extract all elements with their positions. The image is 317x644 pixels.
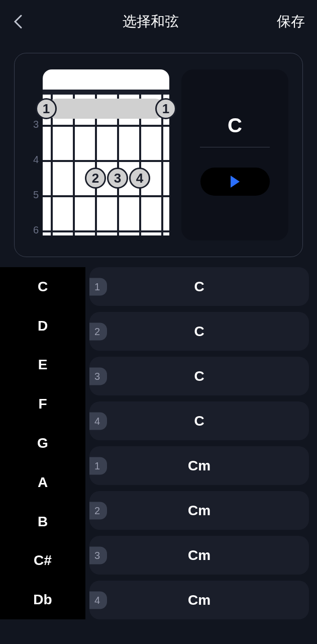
finger-marker: 1	[36, 98, 57, 119]
variant-badge: 1	[89, 278, 107, 295]
fret-number: 6	[29, 224, 39, 236]
variant-label: Cm	[188, 592, 210, 608]
chord-info-panel: C	[181, 69, 288, 240]
divider	[200, 147, 269, 147]
fret-number: 5	[29, 189, 39, 201]
play-button[interactable]	[200, 168, 270, 196]
variant-item[interactable]: 4 C	[89, 401, 309, 440]
variant-label: Cm	[188, 547, 210, 564]
variant-badge: 2	[89, 502, 107, 519]
variant-item[interactable]: 3 Cm	[89, 536, 309, 575]
variant-badge: 4	[89, 412, 107, 430]
root-note-list[interactable]: C D E F G A B C# Db	[0, 267, 85, 619]
variant-label: C	[194, 279, 204, 295]
variant-item[interactable]: 1 Cm	[89, 446, 309, 485]
fret-number: 3	[29, 119, 39, 130]
play-icon	[231, 176, 240, 188]
variant-label: C	[194, 413, 204, 429]
root-item-g[interactable]: G	[0, 424, 85, 463]
page-title: 选择和弦	[123, 12, 179, 31]
finger-marker: 4	[129, 168, 150, 189]
chord-variant-list[interactable]: 1 C 2 C 3 C 4 C 1 Cm 2 Cm 3 Cm 4 Cm	[85, 267, 317, 619]
back-icon[interactable]	[12, 16, 24, 28]
root-item-dflat[interactable]: Db	[0, 580, 85, 619]
variant-label: C	[194, 324, 204, 340]
chord-name-label: C	[228, 114, 242, 137]
chord-selector: C D E F G A B C# Db 1 C 2 C 3 C 4 C 1 Cm	[0, 267, 317, 619]
variant-item[interactable]: 4 Cm	[89, 581, 309, 619]
root-item-c[interactable]: C	[0, 267, 85, 306]
root-item-d[interactable]: D	[0, 306, 85, 346]
variant-label: Cm	[188, 458, 210, 474]
variant-badge: 2	[89, 323, 107, 340]
chord-preview-card: 3 4 5 6 1 1 2 3 4 C	[14, 53, 303, 257]
variant-label: C	[194, 368, 204, 384]
variant-item[interactable]: 2 C	[89, 312, 309, 351]
fret-number: 4	[29, 154, 39, 166]
save-button[interactable]: 保存	[277, 12, 305, 31]
variant-label: Cm	[188, 503, 210, 519]
root-item-f[interactable]: F	[0, 384, 85, 424]
finger-marker: 2	[85, 168, 106, 189]
variant-item[interactable]: 2 Cm	[89, 491, 309, 530]
variant-badge: 3	[89, 367, 107, 385]
fretboard-diagram: 3 4 5 6 1 1 2 3 4	[29, 69, 169, 240]
root-item-b[interactable]: B	[0, 502, 85, 541]
root-item-e[interactable]: E	[0, 346, 85, 385]
barre-indicator	[47, 99, 165, 119]
variant-badge: 4	[89, 591, 107, 609]
variant-item[interactable]: 1 C	[89, 267, 309, 306]
root-item-a[interactable]: A	[0, 463, 85, 502]
variant-badge: 1	[89, 457, 107, 474]
finger-marker: 3	[107, 168, 128, 189]
finger-marker: 1	[155, 98, 176, 119]
variant-badge: 3	[89, 546, 107, 564]
root-item-csharp[interactable]: C#	[0, 541, 85, 580]
variant-item[interactable]: 3 C	[89, 357, 309, 395]
header: 选择和弦 保存	[0, 0, 317, 43]
